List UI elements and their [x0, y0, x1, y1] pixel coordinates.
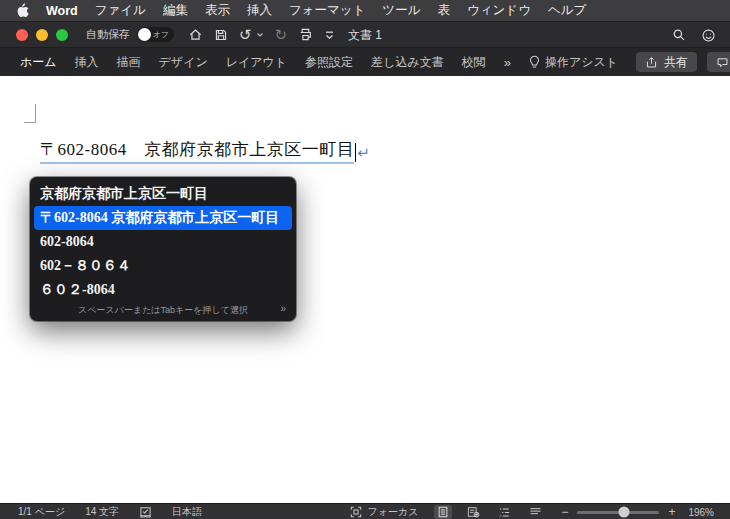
- share-icon: [645, 56, 658, 69]
- margin-corner-mark: [24, 104, 36, 123]
- share-label: 共有: [664, 54, 688, 71]
- autosave-label: 自動保存: [86, 27, 130, 42]
- toggle-knob: [138, 28, 151, 41]
- word-window: Word ファイル 編集 表示 挿入 フォーマット ツール 表 ウィンドウ ヘル…: [0, 0, 730, 519]
- proofing-check-icon[interactable]: [139, 506, 152, 518]
- feedback-smiley-icon[interactable]: [701, 28, 716, 43]
- undo-icon[interactable]: ↺: [239, 27, 252, 42]
- composition-text[interactable]: 〒602-8064 京都府京都市上京区一町目: [40, 138, 354, 164]
- ime-more-chevron-icon[interactable]: »: [280, 303, 286, 314]
- document-canvas[interactable]: 〒602-8064 京都府京都市上京区一町目 ↵ 京都府京都市上京区一町目 〒6…: [0, 76, 730, 503]
- menu-insert[interactable]: 挿入: [247, 2, 272, 19]
- minimize-window-button[interactable]: [36, 29, 48, 41]
- char-count[interactable]: 14 文字: [85, 505, 119, 519]
- tab-review[interactable]: 校閲: [462, 54, 486, 71]
- focus-toggle[interactable]: フォーカス: [350, 505, 418, 519]
- tab-mailings[interactable]: 差し込み文書: [371, 54, 444, 71]
- outline-view-button[interactable]: [495, 506, 514, 519]
- zoom-slider-knob[interactable]: [619, 507, 630, 518]
- paragraph-return-mark: ↵: [357, 144, 370, 162]
- tab-home[interactable]: ホーム: [20, 54, 57, 71]
- zoom-window-button[interactable]: [56, 29, 68, 41]
- tab-layout[interactable]: レイアウト: [226, 54, 287, 71]
- status-bar: 1/1 ページ 14 文字 日本語 フォーカス: [0, 503, 730, 519]
- print-icon[interactable]: [298, 27, 313, 42]
- share-button[interactable]: 共有: [636, 52, 697, 72]
- close-window-button[interactable]: [16, 29, 28, 41]
- language-indicator[interactable]: 日本語: [172, 505, 202, 519]
- ime-candidate[interactable]: 602－８０６４: [30, 254, 296, 278]
- autosave-toggle[interactable]: オフ: [137, 27, 174, 42]
- menu-window[interactable]: ウィンドウ: [467, 2, 531, 19]
- document-title: 文書 1: [348, 22, 382, 48]
- ime-candidate-selected[interactable]: 〒602-8064 京都府京都市上京区一町目: [34, 206, 292, 230]
- tab-draw[interactable]: 描画: [117, 54, 141, 71]
- menu-edit[interactable]: 編集: [163, 2, 188, 19]
- tab-insert[interactable]: 挿入: [75, 54, 99, 71]
- menu-view[interactable]: 表示: [205, 2, 230, 19]
- lightbulb-icon: [529, 55, 540, 69]
- zoom-level[interactable]: 196%: [688, 507, 714, 518]
- menu-format[interactable]: フォーマット: [289, 2, 365, 19]
- tell-me-assist[interactable]: 操作アシスト: [529, 54, 618, 71]
- menu-file[interactable]: ファイル: [95, 2, 146, 19]
- save-icon[interactable]: [214, 28, 228, 42]
- tab-references[interactable]: 参照設定: [305, 54, 353, 71]
- text-caret: [355, 143, 356, 162]
- print-layout-view-button[interactable]: [434, 505, 452, 519]
- ribbon-tab-bar: ホーム 挿入 描画 デザイン レイアウト 参照設定 差し込み文書 校閲 » 操作…: [0, 48, 730, 76]
- apple-menu-icon[interactable]: [16, 3, 29, 18]
- document-text-line[interactable]: 〒602-8064 京都府京都市上京区一町目 ↵: [40, 138, 370, 164]
- tab-overflow-chevron-icon[interactable]: »: [504, 55, 511, 70]
- autosave-state: オフ: [153, 29, 169, 40]
- titlebar: 自動保存 オフ ↺ ↻: [0, 22, 730, 48]
- zoom-slider[interactable]: [577, 511, 659, 514]
- traffic-lights: [16, 29, 68, 41]
- focus-label: フォーカス: [367, 505, 418, 519]
- web-layout-view-button[interactable]: [464, 505, 483, 519]
- ime-hint-text: スペースバーまたはTabキーを押して選択: [78, 304, 248, 317]
- page-count[interactable]: 1/1 ページ: [18, 505, 65, 519]
- menu-table[interactable]: 表: [437, 2, 450, 19]
- undo-dropdown-chevron-icon[interactable]: [256, 32, 264, 38]
- home-icon[interactable]: [188, 27, 203, 42]
- menu-tools[interactable]: ツール: [382, 2, 420, 19]
- tab-design[interactable]: デザイン: [159, 54, 208, 71]
- ime-candidate[interactable]: 602-8064: [30, 230, 296, 254]
- assist-label: 操作アシスト: [545, 54, 618, 71]
- menu-help[interactable]: ヘルプ: [548, 2, 586, 19]
- ime-candidate-window: 京都府京都市上京区一町目 〒602-8064 京都府京都市上京区一町目 602-…: [30, 177, 296, 321]
- ime-candidate[interactable]: 京都府京都市上京区一町目: [30, 182, 296, 206]
- focus-icon: [350, 506, 362, 518]
- menu-word[interactable]: Word: [46, 4, 78, 18]
- draft-view-button[interactable]: [526, 506, 545, 518]
- redo-icon[interactable]: ↻: [275, 27, 288, 42]
- customize-toolbar-icon[interactable]: [324, 30, 335, 40]
- zoom-in-button[interactable]: +: [668, 505, 675, 519]
- comment-icon: [716, 56, 729, 69]
- search-icon[interactable]: [672, 28, 686, 42]
- zoom-out-button[interactable]: −: [561, 505, 568, 519]
- macos-menubar: Word ファイル 編集 表示 挿入 フォーマット ツール 表 ウィンドウ ヘル…: [0, 0, 730, 22]
- comments-button[interactable]: コメント: [707, 52, 730, 72]
- ime-candidate[interactable]: ６０２-8064: [30, 278, 296, 302]
